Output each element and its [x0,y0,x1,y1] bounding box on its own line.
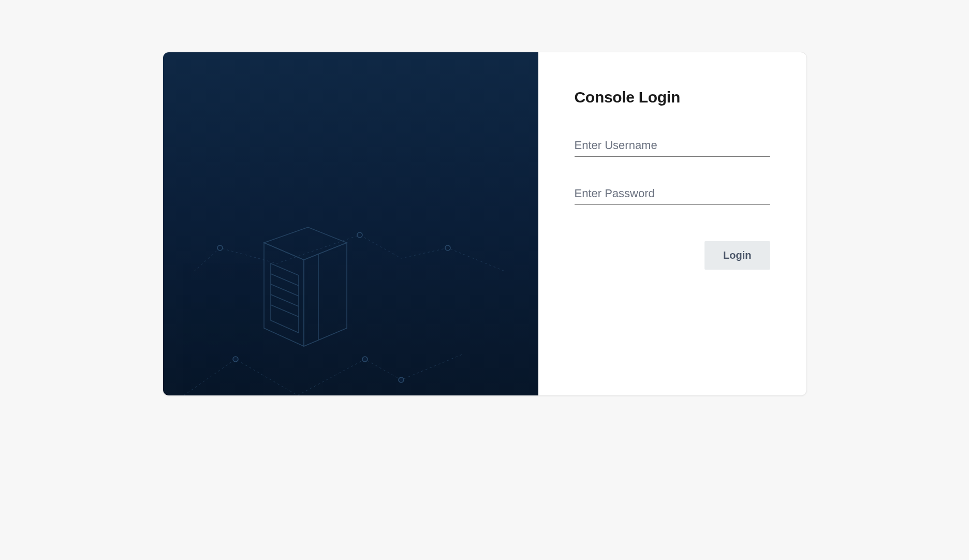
svg-point-0 [217,245,223,250]
decorative-panel [163,52,538,395]
username-input[interactable] [575,135,770,157]
svg-point-4 [362,357,368,362]
server-illustration [163,168,538,395]
svg-point-2 [445,245,450,250]
login-form-panel: Console Login Login [538,52,806,395]
svg-line-9 [271,305,299,317]
username-group [575,135,770,157]
login-button[interactable]: Login [704,241,770,270]
svg-point-5 [399,377,404,382]
svg-line-6 [271,274,299,286]
svg-point-3 [233,357,238,362]
svg-point-1 [357,232,362,238]
button-row: Login [575,241,770,270]
login-card: Console Login Login [163,52,807,396]
page-title: Console Login [575,89,770,106]
svg-line-7 [271,284,299,296]
svg-line-8 [271,294,299,306]
password-input[interactable] [575,183,770,205]
password-group [575,183,770,205]
